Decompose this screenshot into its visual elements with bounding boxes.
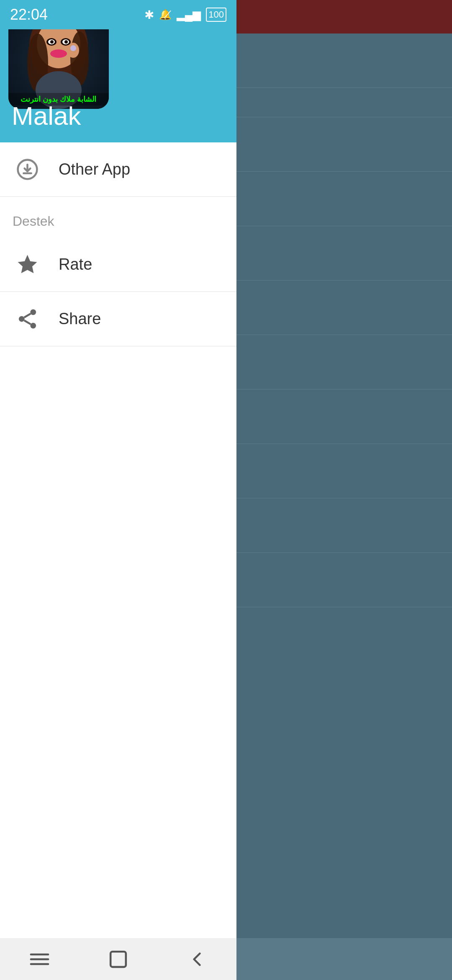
status-bar: 22:04 ✱ 🔔̸ ▂▄▆ 100 (0, 0, 236, 29)
status-icons: ✱ 🔔̸ ▂▄▆ 100 (144, 8, 226, 22)
bluetooth-icon: ✱ (144, 8, 154, 22)
svg-point-19 (30, 323, 36, 329)
svg-point-8 (64, 40, 68, 44)
svg-point-14 (70, 45, 76, 51)
share-item[interactable]: Share (0, 292, 236, 346)
share-icon (16, 307, 39, 330)
download-icon (16, 158, 39, 181)
other-app-item[interactable]: Other App (0, 142, 236, 197)
drawer: Other App Destek Rate Share (0, 142, 236, 938)
app-title: Malak (12, 101, 81, 131)
back-button[interactable] (180, 942, 214, 976)
signal-icon: ▂▄▆ (177, 8, 201, 21)
right-background (236, 34, 452, 938)
share-icon-container (13, 304, 42, 334)
svg-point-17 (30, 309, 36, 315)
rate-item[interactable]: Rate (0, 237, 236, 292)
svg-point-7 (50, 40, 54, 44)
home-button[interactable] (101, 942, 135, 976)
svg-point-9 (50, 49, 67, 58)
status-time: 22:04 (10, 6, 48, 23)
svg-line-20 (24, 320, 31, 324)
home-square-icon (107, 948, 130, 971)
bottom-nav (0, 938, 236, 980)
other-app-label: Other App (59, 160, 130, 178)
svg-rect-25 (110, 952, 126, 967)
right-top-bar (236, 0, 452, 34)
app-header: 22:04 ✱ 🔔̸ ▂▄▆ 100 (0, 0, 236, 142)
other-app-icon-container (13, 155, 42, 184)
rate-icon-container (13, 250, 42, 279)
back-arrow-icon (185, 948, 208, 971)
mute-icon: 🔔̸ (159, 9, 172, 21)
menu-button[interactable] (23, 942, 56, 976)
svg-line-21 (24, 314, 31, 317)
rate-label: Rate (59, 255, 92, 273)
hamburger-icon (28, 948, 51, 971)
share-label: Share (59, 310, 101, 328)
star-icon (16, 253, 39, 276)
battery-icon: 100 (206, 8, 226, 22)
svg-point-18 (18, 316, 24, 322)
destek-section-label: Destek (0, 197, 236, 237)
